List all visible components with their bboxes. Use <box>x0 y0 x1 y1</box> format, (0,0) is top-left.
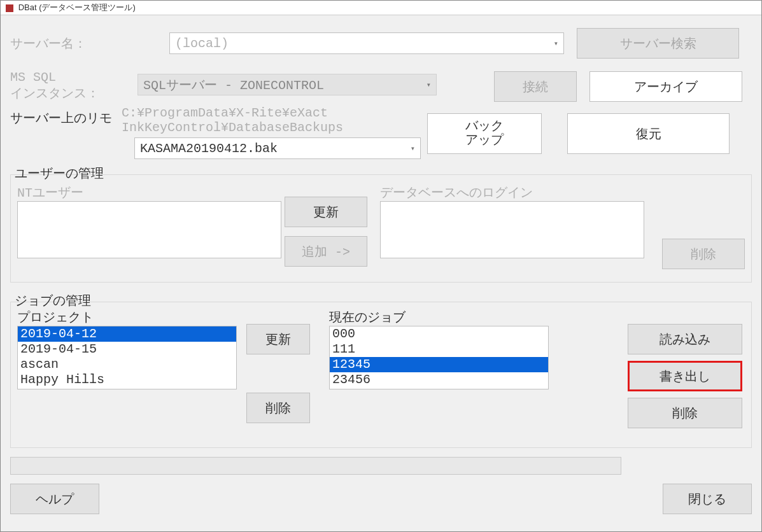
user-group-label: ユーザーの管理 <box>13 165 105 182</box>
db-login-list[interactable] <box>380 201 644 258</box>
server-row: サーバー名： (local) ▾ サーバー検索 <box>10 28 752 59</box>
server-combo[interactable]: (local) ▾ <box>169 32 564 54</box>
app-icon <box>6 4 13 12</box>
user-add-button[interactable]: 追加 -> <box>285 236 367 267</box>
content-area: サーバー名： (local) ▾ サーバー検索 MS SQL インスタンス： S… <box>1 15 761 521</box>
chevron-down-icon: ▾ <box>554 39 558 48</box>
remote-path-1: C:¥ProgramData¥X-Rite¥eXact <box>122 106 421 120</box>
job-group-label: ジョブの管理 <box>13 292 92 309</box>
job-item[interactable]: 111 <box>330 342 548 357</box>
backup-file-value: KASAMA20190412.bak <box>140 141 278 156</box>
user-mgmt-group: ユーザーの管理 NTユーザー 更新 追加 -> データベースへのログイン 削除 <box>10 174 752 283</box>
app-window: DBat (データベース管理ツール) サーバー名： (local) ▾ サーバー… <box>0 0 762 532</box>
current-job-label: 現在のジョブ <box>329 309 558 326</box>
nt-user-list[interactable] <box>17 201 281 258</box>
db-login-label: データベースへのログイン <box>380 184 647 201</box>
footer-row: ヘルプ 閉じる <box>10 484 752 514</box>
mssql-combo[interactable]: SQLサーバー - ZONECONTROL ▾ <box>138 74 437 95</box>
mssql-combo-value: SQLサーバー - ZONECONTROL <box>143 76 324 94</box>
mssql-row: MS SQL インスタンス： SQLサーバー - ZONECONTROL ▾ 接… <box>10 70 752 102</box>
chevron-down-icon: ▾ <box>411 144 415 153</box>
chevron-down-icon: ▾ <box>427 80 431 90</box>
project-list[interactable]: 2019-04-122019-04-15ascanHappy Hills <box>17 326 237 389</box>
job-delete-button[interactable]: 削除 <box>628 398 742 428</box>
remote-path-2: InkKeyControl¥DatabaseBackups <box>122 120 421 135</box>
job-refresh-button[interactable]: 更新 <box>246 324 310 354</box>
remote-row: サーバー上のリモ C:¥ProgramData¥X-Rite¥eXact Ink… <box>10 106 752 159</box>
project-item[interactable]: Happy Hills <box>18 372 236 388</box>
backup-file-combo[interactable]: KASAMA20190412.bak ▾ <box>134 137 421 159</box>
titlebar: DBat (データベース管理ツール) <box>1 1 761 15</box>
close-button[interactable]: 閉じる <box>663 484 752 514</box>
mssql-label-2: インスタンス： <box>10 85 138 102</box>
backup-btn-l2: アップ <box>465 134 504 148</box>
job-item[interactable]: 12345 <box>330 357 548 372</box>
server-search-button[interactable]: サーバー検索 <box>577 28 739 59</box>
server-combo-value: (local) <box>175 36 229 51</box>
project-item[interactable]: ascan <box>18 357 236 372</box>
current-job-list[interactable]: 0001111234523456 <box>329 326 549 389</box>
mssql-label-1: MS SQL <box>10 70 138 85</box>
status-bar <box>10 457 621 475</box>
job-item[interactable]: 000 <box>330 326 548 342</box>
window-title: DBat (データベース管理ツール) <box>18 3 136 12</box>
project-item[interactable]: 2019-04-12 <box>18 326 236 342</box>
job-item[interactable]: 23456 <box>330 372 548 388</box>
connect-button[interactable]: 接続 <box>494 71 577 102</box>
import-button[interactable]: 読み込み <box>628 324 742 354</box>
user-delete-button[interactable]: 削除 <box>662 239 745 269</box>
project-label: プロジェクト <box>17 309 246 326</box>
mssql-label: MS SQL インスタンス： <box>10 70 138 102</box>
project-item[interactable]: 2019-04-15 <box>18 342 236 357</box>
restore-button[interactable]: 復元 <box>567 113 730 154</box>
nt-user-label: NTユーザー <box>17 184 285 201</box>
server-label: サーバー名： <box>10 35 169 52</box>
backup-button[interactable]: バック アップ <box>427 113 542 154</box>
remote-label: サーバー上のリモ <box>10 106 122 127</box>
project-delete-button[interactable]: 削除 <box>246 393 310 423</box>
export-button[interactable]: 書き出し <box>628 361 742 391</box>
user-refresh-button[interactable]: 更新 <box>285 197 367 227</box>
help-button[interactable]: ヘルプ <box>10 484 99 514</box>
backup-btn-l1: バック <box>465 120 504 134</box>
job-mgmt-group: ジョブの管理 プロジェクト 2019-04-122019-04-15ascanH… <box>10 302 752 448</box>
archive-button[interactable]: アーカイブ <box>589 71 742 102</box>
remote-path-block: C:¥ProgramData¥X-Rite¥eXact InkKeyContro… <box>122 106 421 159</box>
